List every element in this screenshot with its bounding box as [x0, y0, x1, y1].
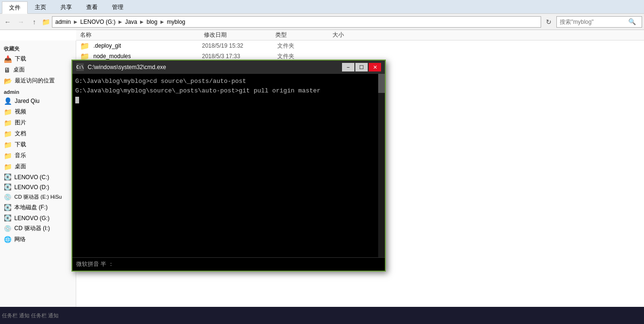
video-icon: 📁	[4, 108, 12, 116]
sidebar-item-local-f[interactable]: 💽 本地磁盘 (F:)	[0, 202, 76, 213]
sidebar-item-recent[interactable]: 📂 最近访问的位置	[0, 75, 76, 86]
file-date-node: 2018/5/3 17:33	[202, 53, 273, 60]
sidebar-item-lenovo-d[interactable]: 💽 LENOVO (D:)	[0, 182, 76, 192]
sidebar-item-downloads[interactable]: 📁 下载	[0, 139, 76, 150]
cmd-title-text: C:\windows\system32\cmd.exe	[88, 64, 342, 71]
file-item-deploy-git[interactable]: 📁 .deploy_git 2018/5/19 15:32 文件夹	[76, 40, 644, 51]
file-type-node: 文件夹	[277, 52, 334, 61]
tab-share[interactable]: 共享	[53, 1, 79, 13]
cmd-close-button[interactable]: ✕	[369, 63, 381, 71]
desktop-icon: 🖥	[4, 66, 10, 74]
address-bar: ← → ↑ 📁 admin ► LENOVO (G:) ► Java ► blo…	[0, 14, 644, 30]
path-lenovo-g: LENOVO (G:)	[80, 19, 116, 25]
sidebar-item-pictures[interactable]: 📁 图片	[0, 117, 76, 128]
search-input[interactable]	[560, 19, 626, 25]
refresh-button[interactable]: ↻	[543, 16, 554, 28]
search-icon: 🔍	[628, 18, 636, 25]
cmd-statusbar: 微软拼音 半 ：	[72, 257, 385, 271]
tab-file[interactable]: 文件	[2, 1, 28, 14]
cmd-body[interactable]: G:\Java\blog\myblog>cd source\_posts/aut…	[72, 74, 385, 257]
pictures-icon: 📁	[4, 119, 12, 127]
recent-icon: 📂	[4, 77, 12, 85]
drive-f-icon: 💽	[4, 204, 11, 211]
forward-button[interactable]: →	[15, 16, 27, 28]
drive-i-icon: 💿	[4, 225, 11, 232]
address-path[interactable]: admin ► LENOVO (G:) ► Java ► blog ► mybl…	[52, 16, 541, 28]
desktop2-icon: 📁	[4, 163, 12, 171]
cmd-line-1: G:\Java\blog\myblog>cd source\_posts/aut…	[75, 77, 382, 86]
download-icon: 📥	[4, 55, 12, 63]
downloads-icon: 📁	[4, 141, 12, 149]
path-myblog: myblog	[167, 19, 185, 25]
cmd-minimize-button[interactable]: −	[342, 63, 354, 71]
drive-d-icon: 💽	[4, 183, 11, 191]
ribbon: 文件 主页 共享 查看 管理	[0, 0, 644, 14]
up-button[interactable]: ↑	[29, 16, 40, 28]
file-name-node: node_modules	[93, 53, 198, 60]
path-java: Java	[125, 19, 137, 25]
cmd-line-2: G:\Java\blog\myblog\source\_posts\auto-p…	[75, 86, 382, 96]
drive-g-icon: 💽	[4, 214, 11, 222]
music-icon: 📁	[4, 152, 12, 160]
file-date-deploy: 2018/5/19 15:32	[202, 42, 273, 49]
drive-c-icon: 💽	[4, 173, 11, 181]
cmd-scrollbar[interactable]	[378, 74, 385, 257]
col-header-name[interactable]: 名称	[76, 31, 200, 39]
tab-home[interactable]: 主页	[28, 1, 53, 13]
taskbar-label: 任务栏 通知 任务栏 通知	[2, 312, 59, 319]
sidebar-item-desktop1[interactable]: 🖥 桌面	[0, 64, 76, 75]
cmd-scroll-thumb[interactable]	[378, 74, 385, 93]
sidebar-item-lenovo-c[interactable]: 💽 LENOVO (C:)	[0, 172, 76, 182]
sidebar-item-video[interactable]: 📁 视频	[0, 106, 76, 117]
ribbon-tabs: 文件 主页 共享 查看 管理	[0, 0, 644, 13]
tab-view[interactable]: 查看	[79, 1, 105, 13]
docs-icon: 📁	[4, 130, 12, 138]
sidebar-item-cd-i[interactable]: 💿 CD 驱动器 (I:)	[0, 223, 76, 234]
cmd-app-icon: C:\	[76, 63, 84, 71]
col-header-date[interactable]: 修改日期	[200, 31, 272, 39]
cmd-ime-status: 微软拼音 半 ：	[76, 260, 114, 268]
path-blog: blog	[147, 19, 158, 25]
folder-icon: 📁	[42, 18, 50, 26]
taskbar: 任务栏 通知 任务栏 通知	[0, 307, 644, 324]
cmd-titlebar: C:\ C:\windows\system32\cmd.exe − ☐ ✕	[72, 61, 385, 74]
user-icon: 👤	[4, 97, 12, 105]
sidebar-item-download[interactable]: 📥 下载	[0, 53, 76, 64]
cmd-window: C:\ C:\windows\system32\cmd.exe − ☐ ✕ G:…	[71, 60, 386, 272]
sidebar-user-title: admin	[0, 86, 76, 96]
file-name-deploy: .deploy_git	[93, 42, 198, 49]
sidebar-favorites-title: 收藏夹	[0, 42, 76, 53]
column-headers: 名称 修改日期 类型 大小	[76, 30, 644, 40]
search-box: 🔍	[556, 16, 642, 28]
file-type-deploy: 文件夹	[277, 42, 334, 50]
cmd-window-buttons: − ☐ ✕	[342, 63, 381, 71]
sidebar: 收藏夹 📥 下载 🖥 桌面 📂 最近访问的位置 admin 👤 Jared Qi…	[0, 40, 76, 324]
cmd-cursor	[75, 97, 79, 103]
sidebar-item-lenovo-g[interactable]: 💽 LENOVO (G:)	[0, 213, 76, 223]
sidebar-item-network[interactable]: 🌐 网络	[0, 234, 76, 245]
sidebar-item-docs[interactable]: 📁 文档	[0, 128, 76, 139]
cmd-maximize-button[interactable]: ☐	[355, 63, 368, 71]
drive-e-icon: 💿	[4, 193, 11, 201]
path-admin: admin	[55, 19, 71, 25]
cmd-cursor-line	[75, 95, 382, 105]
sidebar-item-music[interactable]: 📁 音乐	[0, 150, 76, 161]
network-icon: 🌐	[4, 236, 11, 243]
sidebar-item-desktop2[interactable]: 📁 桌面	[0, 161, 76, 172]
sidebar-item-jared[interactable]: 👤 Jared Qiu	[0, 96, 76, 106]
tab-manage[interactable]: 管理	[105, 1, 131, 13]
sidebar-item-cd-e[interactable]: 💿 CD 驱动器 (E:) HiSu	[0, 192, 76, 202]
folder-deploy-icon: 📁	[80, 41, 90, 51]
col-header-type[interactable]: 类型	[272, 31, 329, 39]
col-header-size[interactable]: 大小	[329, 31, 376, 39]
back-button[interactable]: ←	[2, 16, 13, 28]
